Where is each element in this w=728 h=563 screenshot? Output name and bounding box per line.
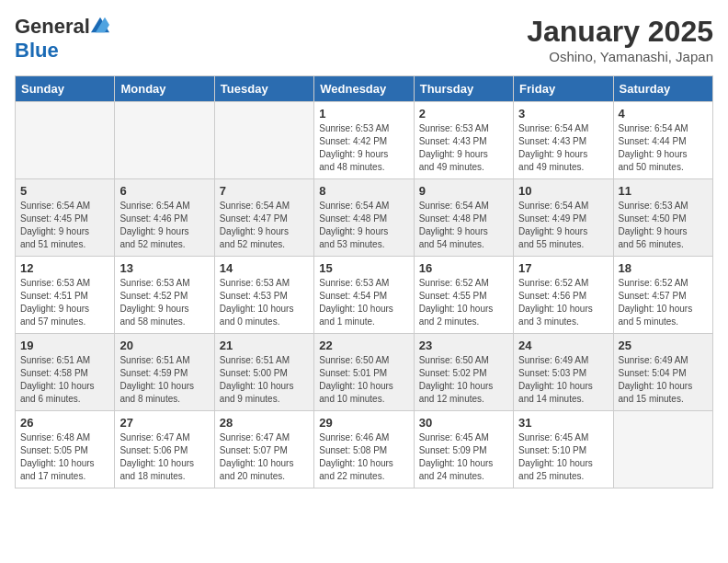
day-number: 18 — [619, 261, 708, 275]
location: Oshino, Yamanashi, Japan — [527, 49, 713, 64]
day-info: Sunrise: 6:45 AM Sunset: 5:09 PM Dayligh… — [419, 431, 508, 483]
calendar-cell — [214, 102, 313, 179]
day-info: Sunrise: 6:54 AM Sunset: 4:44 PM Dayligh… — [619, 122, 708, 174]
calendar-cell: 5Sunrise: 6:54 AM Sunset: 4:45 PM Daylig… — [16, 179, 115, 257]
calendar-cell: 18Sunrise: 6:52 AM Sunset: 4:57 PM Dayli… — [613, 257, 712, 334]
day-number: 8 — [319, 184, 408, 198]
day-number: 25 — [619, 339, 708, 352]
day-info: Sunrise: 6:54 AM Sunset: 4:46 PM Dayligh… — [119, 200, 209, 251]
day-info: Sunrise: 6:53 AM Sunset: 4:50 PM Dayligh… — [619, 200, 708, 251]
day-info: Sunrise: 6:54 AM Sunset: 4:48 PM Dayligh… — [319, 200, 408, 251]
day-info: Sunrise: 6:50 AM Sunset: 5:02 PM Dayligh… — [419, 354, 508, 406]
day-number: 10 — [518, 184, 608, 198]
logo-general-text: General — [15, 15, 90, 39]
day-info: Sunrise: 6:47 AM Sunset: 5:07 PM Dayligh… — [220, 431, 309, 483]
day-number: 27 — [119, 416, 209, 430]
calendar-cell: 27Sunrise: 6:47 AM Sunset: 5:06 PM Dayli… — [115, 411, 214, 488]
logo-blue-text: Blue — [15, 39, 59, 63]
calendar-cell: 26Sunrise: 6:48 AM Sunset: 5:05 PM Dayli… — [16, 411, 115, 488]
calendar-cell: 9Sunrise: 6:54 AM Sunset: 4:48 PM Daylig… — [414, 179, 513, 257]
day-info: Sunrise: 6:47 AM Sunset: 5:06 PM Dayligh… — [119, 431, 209, 483]
calendar-day-header: Wednesday — [314, 76, 414, 102]
day-number: 4 — [619, 107, 708, 121]
calendar-cell: 1Sunrise: 6:53 AM Sunset: 4:42 PM Daylig… — [314, 102, 414, 179]
calendar-week-row: 26Sunrise: 6:48 AM Sunset: 5:05 PM Dayli… — [16, 411, 713, 488]
day-info: Sunrise: 6:54 AM Sunset: 4:48 PM Dayligh… — [419, 200, 508, 251]
day-info: Sunrise: 6:54 AM Sunset: 4:47 PM Dayligh… — [220, 200, 309, 251]
calendar-day-header: Tuesday — [214, 76, 313, 102]
day-number: 21 — [220, 339, 309, 352]
calendar-cell: 10Sunrise: 6:54 AM Sunset: 4:49 PM Dayli… — [514, 179, 613, 257]
day-number: 5 — [20, 184, 109, 198]
day-number: 24 — [518, 339, 608, 352]
calendar-cell: 13Sunrise: 6:53 AM Sunset: 4:52 PM Dayli… — [115, 257, 214, 334]
day-info: Sunrise: 6:54 AM Sunset: 4:45 PM Dayligh… — [20, 200, 109, 251]
calendar-cell: 29Sunrise: 6:46 AM Sunset: 5:08 PM Dayli… — [314, 411, 414, 488]
calendar-cell: 22Sunrise: 6:50 AM Sunset: 5:01 PM Dayli… — [314, 334, 414, 411]
logo: General Blue — [15, 15, 109, 63]
day-number: 28 — [220, 416, 309, 430]
day-number: 30 — [419, 416, 508, 430]
calendar-cell: 21Sunrise: 6:51 AM Sunset: 5:00 PM Dayli… — [214, 334, 313, 411]
calendar-cell: 15Sunrise: 6:53 AM Sunset: 4:54 PM Dayli… — [314, 257, 414, 334]
calendar-cell: 20Sunrise: 6:51 AM Sunset: 4:59 PM Dayli… — [115, 334, 214, 411]
day-info: Sunrise: 6:53 AM Sunset: 4:42 PM Dayligh… — [319, 122, 408, 174]
calendar-cell: 30Sunrise: 6:45 AM Sunset: 5:09 PM Dayli… — [414, 411, 513, 488]
day-info: Sunrise: 6:53 AM Sunset: 4:52 PM Dayligh… — [119, 277, 209, 328]
day-number: 16 — [419, 261, 508, 275]
page-header: General Blue January 2025 Oshino, Yamana… — [15, 15, 713, 64]
calendar-cell: 14Sunrise: 6:53 AM Sunset: 4:53 PM Dayli… — [214, 257, 313, 334]
day-info: Sunrise: 6:48 AM Sunset: 5:05 PM Dayligh… — [20, 431, 109, 483]
day-number: 31 — [518, 416, 608, 430]
day-number: 2 — [419, 107, 508, 121]
calendar-cell: 19Sunrise: 6:51 AM Sunset: 4:58 PM Dayli… — [16, 334, 115, 411]
day-info: Sunrise: 6:51 AM Sunset: 5:00 PM Dayligh… — [220, 354, 309, 406]
calendar-day-header: Monday — [115, 76, 214, 102]
day-number: 22 — [319, 339, 408, 352]
day-info: Sunrise: 6:52 AM Sunset: 4:55 PM Dayligh… — [419, 277, 508, 328]
calendar-cell: 8Sunrise: 6:54 AM Sunset: 4:48 PM Daylig… — [314, 179, 414, 257]
day-info: Sunrise: 6:46 AM Sunset: 5:08 PM Dayligh… — [319, 431, 408, 483]
day-info: Sunrise: 6:51 AM Sunset: 4:59 PM Dayligh… — [119, 354, 209, 406]
title-section: January 2025 Oshino, Yamanashi, Japan — [527, 15, 713, 64]
calendar-cell: 3Sunrise: 6:54 AM Sunset: 4:43 PM Daylig… — [514, 102, 613, 179]
calendar-cell: 28Sunrise: 6:47 AM Sunset: 5:07 PM Dayli… — [214, 411, 313, 488]
day-number: 17 — [518, 261, 608, 275]
day-info: Sunrise: 6:49 AM Sunset: 5:04 PM Dayligh… — [619, 354, 708, 406]
calendar-header-row: SundayMondayTuesdayWednesdayThursdayFrid… — [16, 76, 713, 102]
day-info: Sunrise: 6:52 AM Sunset: 4:56 PM Dayligh… — [518, 277, 608, 328]
calendar-cell — [16, 102, 115, 179]
day-number: 19 — [20, 339, 109, 352]
day-info: Sunrise: 6:53 AM Sunset: 4:51 PM Dayligh… — [20, 277, 109, 328]
calendar-cell: 6Sunrise: 6:54 AM Sunset: 4:46 PM Daylig… — [115, 179, 214, 257]
calendar-cell: 25Sunrise: 6:49 AM Sunset: 5:04 PM Dayli… — [613, 334, 712, 411]
day-number: 26 — [20, 416, 109, 430]
day-info: Sunrise: 6:54 AM Sunset: 4:43 PM Dayligh… — [518, 122, 608, 174]
day-number: 23 — [419, 339, 508, 352]
day-info: Sunrise: 6:51 AM Sunset: 4:58 PM Dayligh… — [20, 354, 109, 406]
logo-icon — [91, 17, 109, 33]
calendar-day-header: Saturday — [613, 76, 712, 102]
calendar-cell: 23Sunrise: 6:50 AM Sunset: 5:02 PM Dayli… — [414, 334, 513, 411]
calendar-cell: 24Sunrise: 6:49 AM Sunset: 5:03 PM Dayli… — [514, 334, 613, 411]
day-number: 29 — [319, 416, 408, 430]
calendar-week-row: 12Sunrise: 6:53 AM Sunset: 4:51 PM Dayli… — [16, 257, 713, 334]
calendar-week-row: 5Sunrise: 6:54 AM Sunset: 4:45 PM Daylig… — [16, 179, 713, 257]
day-info: Sunrise: 6:50 AM Sunset: 5:01 PM Dayligh… — [319, 354, 408, 406]
day-number: 6 — [119, 184, 209, 198]
day-info: Sunrise: 6:53 AM Sunset: 4:53 PM Dayligh… — [220, 277, 309, 328]
calendar-day-header: Thursday — [414, 76, 513, 102]
day-number: 12 — [20, 261, 109, 275]
calendar-cell: 2Sunrise: 6:53 AM Sunset: 4:43 PM Daylig… — [414, 102, 513, 179]
calendar-day-header: Friday — [514, 76, 613, 102]
day-info: Sunrise: 6:52 AM Sunset: 4:57 PM Dayligh… — [619, 277, 708, 328]
day-info: Sunrise: 6:53 AM Sunset: 4:54 PM Dayligh… — [319, 277, 408, 328]
day-number: 3 — [518, 107, 608, 121]
calendar-cell: 17Sunrise: 6:52 AM Sunset: 4:56 PM Dayli… — [514, 257, 613, 334]
day-number: 1 — [319, 107, 408, 121]
calendar-cell — [613, 411, 712, 488]
day-info: Sunrise: 6:53 AM Sunset: 4:43 PM Dayligh… — [419, 122, 508, 174]
day-number: 11 — [619, 184, 708, 198]
calendar-cell: 31Sunrise: 6:45 AM Sunset: 5:10 PM Dayli… — [514, 411, 613, 488]
day-number: 20 — [119, 339, 209, 352]
